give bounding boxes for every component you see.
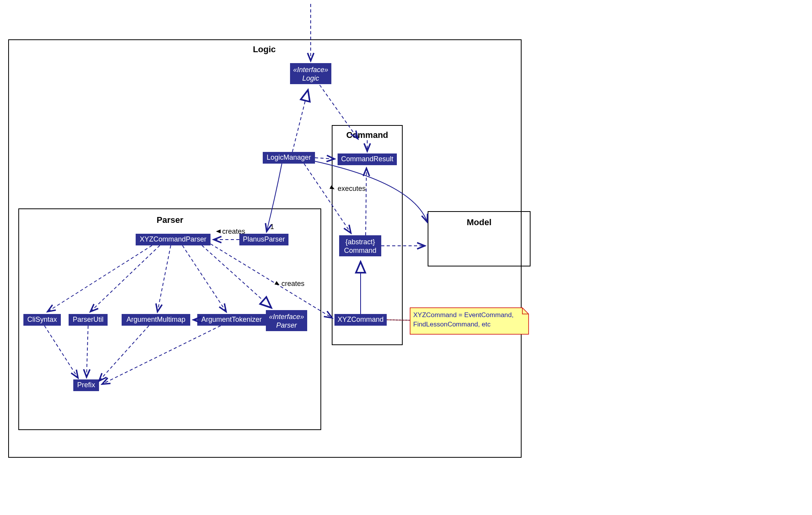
edge-logicmanager-commandresult (315, 158, 334, 159)
xyz-command-node: XYZCommand (334, 314, 387, 326)
xyz-command-parser-node: XYZCommandParser (136, 234, 211, 245)
svg-text:«Interface»: «Interface» (269, 313, 304, 321)
edge-xyzparser-argtokenizer (182, 245, 226, 312)
svg-text:Prefix: Prefix (77, 381, 95, 389)
command-result-node: CommandResult (338, 153, 397, 165)
model-package-title: Model (467, 217, 492, 227)
edge-logic-command (320, 85, 358, 139)
edge-argmultimap-prefix (99, 326, 149, 381)
edge-logicmanager-logic (292, 90, 308, 152)
edge-parserutil-prefix (87, 326, 88, 377)
executes-label-group: executes (329, 185, 366, 192)
svg-text:XYZCommand: XYZCommand (338, 316, 384, 323)
svg-text:XYZCommandParser: XYZCommandParser (140, 235, 206, 243)
uml-class-diagram: Logic Parser Command Model «Interface» L… (0, 0, 812, 515)
edge-command-result (366, 168, 366, 235)
edge-xyzparser-argmultimap (157, 245, 171, 312)
abstract-command-node: {abstract} Command (339, 235, 381, 256)
logic-package-title: Logic (253, 44, 276, 54)
argument-tokenizer-node: ArgumentTokenizer (197, 314, 266, 326)
svg-text:Logic: Logic (302, 74, 319, 82)
parser-interface-node: «Interface» Parser (266, 310, 307, 331)
edge-logicmanager-planusparser (267, 164, 282, 231)
svg-text:CommandResult: CommandResult (341, 155, 393, 163)
edge-argtokenizer-prefix (102, 326, 221, 384)
multiplicity-one: 1 (270, 223, 274, 231)
creates-label-2: creates (274, 280, 304, 287)
svg-text:ArgumentTokenizer: ArgumentTokenizer (201, 316, 262, 323)
cli-syntax-node: CliSyntax (23, 314, 61, 326)
edge-xyzparser-parserinterface (202, 245, 271, 308)
edge-xyzparser-clisyntax (48, 245, 152, 312)
edge-logicmanager-abstractcommand (304, 164, 351, 233)
edge-xyzparser-xyzcommand (211, 244, 332, 318)
edge-clisyntax-prefix (44, 326, 78, 378)
creates-label-1: creates (216, 228, 245, 235)
svg-text:creates: creates (281, 280, 304, 287)
svg-text:CliSyntax: CliSyntax (27, 316, 57, 323)
svg-text:PlanusParser: PlanusParser (243, 235, 285, 243)
edge-note-xyzcommand-solid (387, 320, 410, 320)
logic-package (9, 40, 521, 457)
svg-text:executes: executes (338, 185, 366, 192)
argument-multimap-node: ArgumentMultimap (122, 314, 190, 326)
prefix-node: Prefix (73, 379, 99, 391)
planus-parser-node: PlanusParser (239, 234, 288, 245)
svg-text:creates: creates (222, 228, 245, 235)
svg-text:«Interface»: «Interface» (293, 66, 328, 74)
logic-interface-node: «Interface» Logic (290, 63, 331, 84)
edge-xyzparser-parserutil (90, 245, 160, 312)
svg-text:ParserUtil: ParserUtil (73, 316, 103, 323)
svg-text:Parser: Parser (276, 321, 297, 329)
logic-manager-node: LogicManager (263, 152, 315, 164)
svg-text:{abstract}: {abstract} (345, 238, 375, 246)
svg-text:FindLessonCommand, etc: FindLessonCommand, etc (413, 321, 491, 328)
parser-util-node: ParserUtil (69, 314, 108, 326)
parser-package-title: Parser (157, 215, 184, 225)
svg-text:XYZCommand = EventCommand,: XYZCommand = EventCommand, (413, 311, 513, 319)
xyz-command-note: XYZCommand = EventCommand, FindLessonCom… (410, 308, 529, 334)
svg-text:ArgumentMultimap: ArgumentMultimap (126, 316, 185, 323)
svg-text:Command: Command (344, 247, 376, 254)
svg-text:LogicManager: LogicManager (267, 153, 311, 161)
